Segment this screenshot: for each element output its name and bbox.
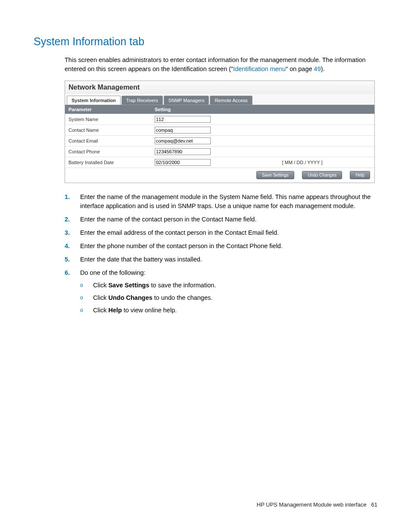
system-name-input[interactable] bbox=[155, 116, 211, 123]
step-6: 6. Do one of the following: o Click Save… bbox=[65, 268, 377, 318]
sub-post: to view online help. bbox=[122, 307, 177, 314]
undo-changes-button[interactable]: Undo Changes bbox=[302, 171, 342, 179]
param-contact-name: Contact Name bbox=[65, 125, 151, 136]
step-number: 5. bbox=[65, 255, 80, 264]
tab-bar: System Information Trap Receivers SNMP M… bbox=[65, 94, 374, 105]
tab-trap-receivers[interactable]: Trap Receivers bbox=[121, 96, 163, 105]
step-number: 3. bbox=[65, 228, 80, 237]
bullet-icon: o bbox=[80, 293, 93, 302]
step-number: 6. bbox=[65, 268, 80, 318]
tab-snmp-managers[interactable]: SNMP Managers bbox=[164, 96, 209, 105]
sub-bold: Help bbox=[108, 307, 121, 314]
hint-cell bbox=[279, 114, 374, 125]
table-row: Battery Installed Date [ MM / DD / YYYY … bbox=[65, 157, 374, 168]
footer-page-number: 61 bbox=[371, 501, 377, 508]
date-hint: [ MM / DD / YYYY ] bbox=[279, 157, 374, 168]
network-management-screenshot: Network Management System Information Tr… bbox=[65, 81, 375, 183]
col-setting: Setting bbox=[151, 105, 374, 114]
step-5: 5. Enter the date that the battery was i… bbox=[65, 255, 377, 264]
step-number: 2. bbox=[65, 215, 80, 224]
step-text: Enter the date that the battery was inst… bbox=[80, 255, 377, 264]
instruction-steps: 1. Enter the name of the management modu… bbox=[65, 193, 377, 318]
substep: o Click Help to view online help. bbox=[80, 306, 377, 315]
step-2: 2. Enter the name of the contact person … bbox=[65, 215, 377, 224]
contact-email-input[interactable] bbox=[155, 137, 211, 144]
panel-title: Network Management bbox=[65, 81, 374, 94]
param-contact-phone: Contact Phone bbox=[65, 146, 151, 157]
contact-phone-input[interactable] bbox=[155, 148, 211, 155]
table-row: Contact Name bbox=[65, 125, 374, 136]
battery-date-input[interactable] bbox=[155, 159, 211, 166]
step-number: 1. bbox=[65, 193, 80, 211]
hint-cell bbox=[279, 146, 374, 157]
intro-post2: ). bbox=[321, 65, 325, 72]
step-1: 1. Enter the name of the management modu… bbox=[65, 193, 377, 211]
footer-text: HP UPS Management Module web interface bbox=[257, 501, 367, 508]
param-system-name: System Name bbox=[65, 114, 151, 125]
sub-pre: Click bbox=[93, 282, 108, 289]
intro-post1: " on page bbox=[286, 65, 314, 72]
help-button[interactable]: Help bbox=[350, 171, 370, 179]
tab-system-information[interactable]: System Information bbox=[67, 96, 121, 105]
section-heading: System Information tab bbox=[34, 35, 377, 48]
step-text: Enter the phone number of the contact pe… bbox=[80, 242, 377, 251]
table-row: Contact Phone bbox=[65, 146, 374, 157]
table-row: Contact Email bbox=[65, 136, 374, 146]
identification-menu-link[interactable]: Identification menu bbox=[233, 65, 286, 72]
sub-post: to undo the changes. bbox=[153, 294, 212, 301]
save-settings-button[interactable]: Save Settings bbox=[256, 171, 294, 179]
param-battery-date: Battery Installed Date bbox=[65, 157, 151, 168]
tab-remote-access[interactable]: Remote Access bbox=[210, 96, 252, 105]
substep: o Click Undo Changes to undo the changes… bbox=[80, 293, 377, 302]
bullet-icon: o bbox=[80, 281, 93, 290]
sub-pre: Click bbox=[93, 307, 108, 314]
param-contact-email: Contact Email bbox=[65, 136, 151, 146]
step-text: Enter the name of the contact person in … bbox=[80, 215, 377, 224]
page-footer: HP UPS Management Module web interface 6… bbox=[257, 501, 377, 508]
step-text: Enter the name of the management module … bbox=[80, 193, 377, 211]
substep: o Click Save Settings to save the inform… bbox=[80, 281, 377, 290]
step-4: 4. Enter the phone number of the contact… bbox=[65, 242, 377, 251]
step-text: Enter the email address of the contact p… bbox=[80, 228, 377, 237]
hint-cell bbox=[279, 136, 374, 146]
step-text: Do one of the following: bbox=[80, 269, 146, 276]
step-number: 4. bbox=[65, 242, 80, 251]
sub-bold: Undo Changes bbox=[108, 294, 152, 301]
sub-post: to save the information. bbox=[149, 282, 216, 289]
page-ref-link[interactable]: 49 bbox=[314, 65, 321, 72]
step-3: 3. Enter the email address of the contac… bbox=[65, 228, 377, 237]
sub-pre: Click bbox=[93, 294, 108, 301]
hint-cell bbox=[279, 125, 374, 136]
intro-paragraph: This screen enables administrators to en… bbox=[65, 56, 377, 74]
sub-bold: Save Settings bbox=[108, 282, 149, 289]
col-parameter: Parameter bbox=[65, 105, 151, 114]
action-bar: Save Settings Undo Changes Help bbox=[65, 168, 374, 183]
bullet-icon: o bbox=[80, 306, 93, 315]
contact-name-input[interactable] bbox=[155, 127, 211, 134]
table-row: System Name bbox=[65, 114, 374, 125]
settings-table: Parameter Setting System Name Contact Na… bbox=[65, 105, 374, 168]
